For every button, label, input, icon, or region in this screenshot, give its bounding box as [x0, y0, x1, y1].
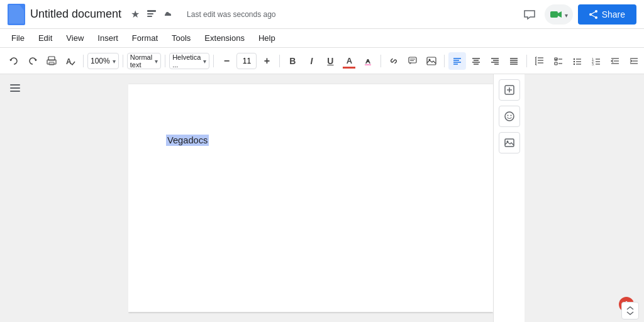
- doc-icon-lines: [14, 7, 19, 22]
- outline-toggle[interactable]: [8, 82, 23, 97]
- undo-button[interactable]: [5, 52, 23, 70]
- insert-comment-button[interactable]: [404, 52, 421, 70]
- justify-button[interactable]: [505, 52, 523, 70]
- doc-title: Untitled document: [30, 8, 121, 21]
- document-page[interactable]: Vegadocs: [128, 84, 493, 312]
- numbered-list-icon: 1. 2. 3.: [591, 56, 601, 66]
- align-center-button[interactable]: [467, 52, 485, 70]
- divider-8: [526, 55, 527, 67]
- italic-button[interactable]: I: [303, 52, 320, 70]
- cloud-save-button[interactable]: [162, 8, 174, 21]
- svg-point-71: [507, 115, 508, 116]
- redo-icon: [28, 56, 38, 66]
- video-icon: [550, 10, 562, 19]
- font-size-input[interactable]: [236, 53, 257, 69]
- page-wrapper: Vegadocs: [128, 74, 493, 322]
- print-button[interactable]: [43, 52, 60, 70]
- menu-edit[interactable]: Edit: [32, 31, 58, 45]
- bold-button[interactable]: B: [284, 52, 301, 70]
- divider-1: [83, 55, 84, 67]
- decrease-indent-icon: [610, 56, 620, 66]
- svg-rect-2: [147, 16, 152, 17]
- share-label: Share: [602, 9, 625, 19]
- insert-image-icon: [426, 56, 436, 66]
- divider-4: [213, 55, 214, 67]
- svg-rect-44: [555, 62, 557, 65]
- menu-file[interactable]: File: [5, 31, 31, 45]
- align-left-button[interactable]: [448, 52, 466, 70]
- spellcheck-icon: A: [65, 56, 75, 66]
- comment-button[interactable]: [519, 4, 540, 25]
- svg-line-9: [591, 14, 596, 18]
- align-right-button[interactable]: [486, 52, 504, 70]
- menu-help[interactable]: Help: [252, 31, 282, 45]
- last-edit: Last edit was seconds ago: [187, 10, 275, 19]
- font-value: Helvetica ...: [172, 53, 201, 69]
- font-size-area: − +: [218, 52, 275, 70]
- title-right: Share: [519, 4, 636, 25]
- history-icon: [146, 9, 157, 20]
- cloud-icon: [162, 9, 174, 20]
- increase-font-button[interactable]: +: [258, 52, 275, 70]
- right-padding: [525, 74, 644, 322]
- spellcheck-button[interactable]: A: [62, 52, 79, 70]
- image-icon: [504, 137, 515, 148]
- left-panel: [0, 74, 128, 322]
- svg-rect-0: [147, 10, 156, 12]
- svg-rect-21: [427, 57, 436, 65]
- menu-insert[interactable]: Insert: [91, 31, 125, 45]
- meet-button[interactable]: [545, 4, 573, 25]
- insert-image-sidebar-button[interactable]: [499, 132, 520, 153]
- doc-area: Vegadocs: [0, 74, 644, 322]
- align-left-icon: [452, 56, 462, 66]
- numbered-list-button[interactable]: 1. 2. 3.: [587, 52, 605, 70]
- zoom-value: 100%: [91, 57, 110, 65]
- svg-point-48: [574, 63, 575, 64]
- svg-line-8: [591, 11, 596, 14]
- star-button[interactable]: ★: [129, 8, 142, 21]
- redo-button[interactable]: [24, 52, 42, 70]
- menu-tools[interactable]: Tools: [165, 31, 197, 45]
- emoji-icon: [504, 111, 515, 122]
- insert-emoji-button[interactable]: [499, 106, 520, 127]
- divider-6: [380, 55, 381, 67]
- text-color-button[interactable]: A: [340, 52, 358, 70]
- svg-rect-16: [365, 64, 371, 65]
- share-button[interactable]: Share: [578, 4, 636, 25]
- style-select[interactable]: Normal text: [127, 53, 161, 69]
- expand-button[interactable]: [621, 302, 639, 319]
- right-sidebar: [493, 74, 525, 322]
- svg-text:A: A: [66, 57, 72, 66]
- divider-2: [123, 55, 123, 67]
- color-bar: [343, 67, 355, 69]
- print-icon: [47, 56, 57, 66]
- menu-bar: File Edit View Insert Format Tools Exten…: [0, 29, 644, 48]
- decrease-indent-button[interactable]: [606, 52, 624, 70]
- decrease-font-button[interactable]: −: [218, 52, 235, 70]
- menu-view[interactable]: View: [60, 31, 90, 45]
- underline-button[interactable]: U: [321, 52, 339, 70]
- insert-block-button[interactable]: [499, 79, 520, 101]
- svg-rect-1: [147, 13, 153, 14]
- increase-indent-button[interactable]: [625, 52, 643, 70]
- divider-7: [444, 55, 445, 67]
- svg-point-47: [574, 60, 575, 62]
- history-button[interactable]: [145, 8, 158, 21]
- align-center-icon: [471, 56, 481, 66]
- line-spacing-button[interactable]: [531, 52, 548, 70]
- checklist-button[interactable]: [550, 52, 567, 70]
- style-chevron: [155, 57, 158, 65]
- zoom-select[interactable]: 100%: [87, 53, 119, 69]
- link-button[interactable]: [385, 52, 402, 70]
- menu-extensions[interactable]: Extensions: [198, 31, 251, 45]
- toolbar: A 100% Normal text Helvetica ... − + B I…: [0, 48, 644, 74]
- menu-format[interactable]: Format: [126, 31, 164, 45]
- title-actions: ★: [129, 8, 174, 21]
- insert-image-button[interactable]: [423, 52, 440, 70]
- bullet-list-button[interactable]: [569, 52, 586, 70]
- document-text: Vegadocs: [166, 135, 209, 146]
- highlight-button[interactable]: [359, 52, 377, 70]
- bullet-list-icon: [572, 56, 582, 66]
- insert-comment-icon: [408, 56, 418, 66]
- font-select[interactable]: Helvetica ...: [169, 53, 209, 69]
